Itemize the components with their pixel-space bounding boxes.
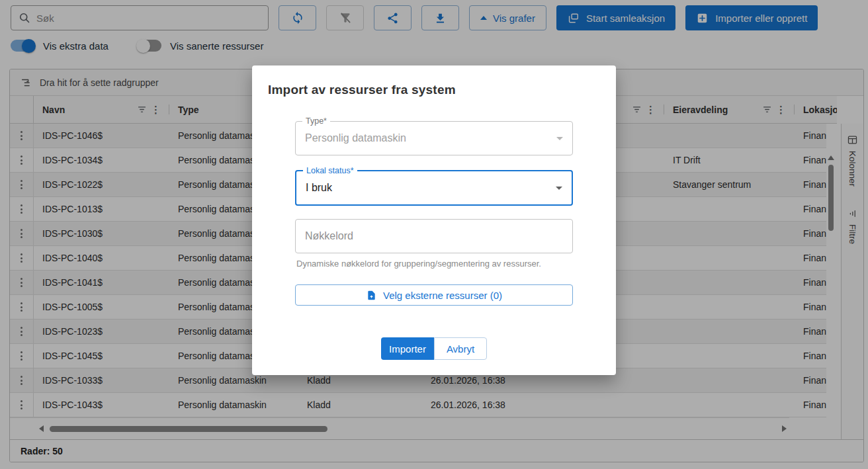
nokkelord-helper-text: Dynamiske nøkkelord for gruppering/segme… [296,259,573,269]
lokal-status-label: Lokal status* [303,166,357,176]
file-upload-icon [366,290,377,301]
lokal-status-value: I bruk [296,171,572,204]
type-select-value: Personlig datamaskin [296,122,572,155]
velg-eksterne-ressurser-label: Velg eksterne ressurser (0) [383,290,502,301]
velg-eksterne-ressurser-button[interactable]: Velg eksterne ressurser (0) [295,284,573,306]
dialog-title: Import av ressurser fra system [268,83,600,97]
type-select-label: Type* [302,116,330,126]
nokkelord-placeholder: Nøkkelord [296,220,572,253]
type-select: Type* Personlig datamaskin [295,121,573,155]
nokkelord-field[interactable]: Nøkkelord [295,219,573,253]
lokal-status-select[interactable]: Lokal status* I bruk [295,170,573,206]
dialog-form: Type* Personlig datamaskin Lokal status*… [295,121,573,360]
avbryt-button[interactable]: Avbryt [434,337,487,360]
chevron-down-icon [556,137,563,140]
chevron-down-icon [556,187,562,190]
dialog-actions: Importer Avbryt [295,337,573,360]
importer-button[interactable]: Importer [381,337,434,360]
import-dialog: Import av ressurser fra system Type* Per… [252,65,616,375]
